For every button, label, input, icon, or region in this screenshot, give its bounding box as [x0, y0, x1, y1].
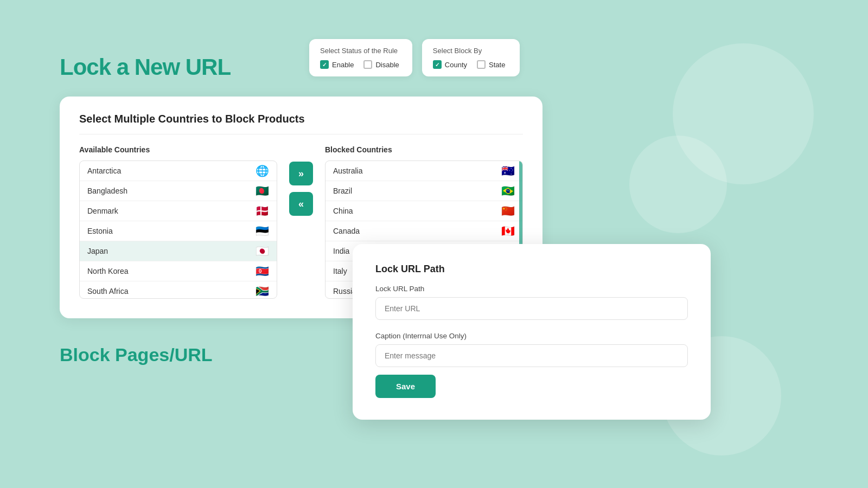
url-label: Lock URL Path: [375, 285, 688, 293]
page-subtitle: Block Pages/URL: [60, 344, 213, 365]
state-checkbox[interactable]: [477, 60, 486, 69]
status-rule-card: Select Status of the Rule Enable Disable: [309, 39, 412, 76]
blocked-title: Blocked Countries: [325, 145, 523, 154]
modal-title: Lock URL Path: [375, 264, 688, 275]
transfer-buttons: » «: [277, 145, 325, 216]
available-title: Available Countries: [79, 145, 277, 154]
disable-label: Disable: [375, 61, 399, 69]
available-section: Available Countries Antarctica🌐Banglades…: [79, 145, 277, 299]
enable-label: Enable: [332, 61, 354, 69]
move-forward-button[interactable]: »: [289, 162, 313, 185]
move-backward-button[interactable]: «: [289, 192, 313, 216]
available-list[interactable]: Antarctica🌐Bangladesh🇧🇩Denmark🇩🇰Estonia🇪…: [79, 160, 277, 299]
page-title: Lock a New URL: [60, 54, 231, 80]
select-block-title: Select Block By: [433, 47, 507, 55]
enable-checkbox[interactable]: [320, 60, 329, 69]
list-item[interactable]: Australia🇦🇺: [326, 161, 522, 181]
bg-circle-2: [629, 136, 727, 233]
main-card-title: Select Multiple Countries to Block Produ…: [79, 113, 523, 134]
list-item[interactable]: North Korea🇰🇵: [80, 261, 277, 281]
caption-input[interactable]: [375, 344, 688, 367]
list-item[interactable]: Estonia🇪🇪: [80, 221, 277, 241]
disable-option[interactable]: Disable: [363, 60, 399, 69]
select-block-card: Select Block By County State: [422, 39, 520, 76]
url-input[interactable]: [375, 297, 688, 320]
list-item[interactable]: Denmark🇩🇰: [80, 201, 277, 221]
disable-checkbox[interactable]: [363, 60, 372, 69]
select-block-options: County State: [433, 60, 507, 69]
list-item[interactable]: South Africa🇿🇦: [80, 281, 277, 299]
state-option[interactable]: State: [477, 60, 505, 69]
list-item[interactable]: Japan🇯🇵: [80, 241, 277, 261]
top-controls: Select Status of the Rule Enable Disable…: [309, 39, 520, 76]
county-label: County: [445, 61, 467, 69]
county-checkbox[interactable]: [433, 60, 442, 69]
status-rule-title: Select Status of the Rule: [320, 47, 399, 55]
list-item[interactable]: China🇨🇳: [326, 201, 522, 221]
enable-option[interactable]: Enable: [320, 60, 354, 69]
list-item[interactable]: Antarctica🌐: [80, 161, 277, 181]
list-item[interactable]: Bangladesh🇧🇩: [80, 181, 277, 201]
status-rule-options: Enable Disable: [320, 60, 399, 69]
list-item[interactable]: Brazil🇧🇷: [326, 181, 522, 201]
list-item[interactable]: Canada🇨🇦: [326, 221, 522, 241]
county-option[interactable]: County: [433, 60, 467, 69]
caption-label: Caption (Interrnal Use Only): [375, 332, 688, 340]
save-button[interactable]: Save: [375, 375, 436, 398]
lock-url-modal: Lock URL Path Lock URL Path Caption (Int…: [353, 244, 711, 420]
state-label: State: [489, 61, 505, 69]
